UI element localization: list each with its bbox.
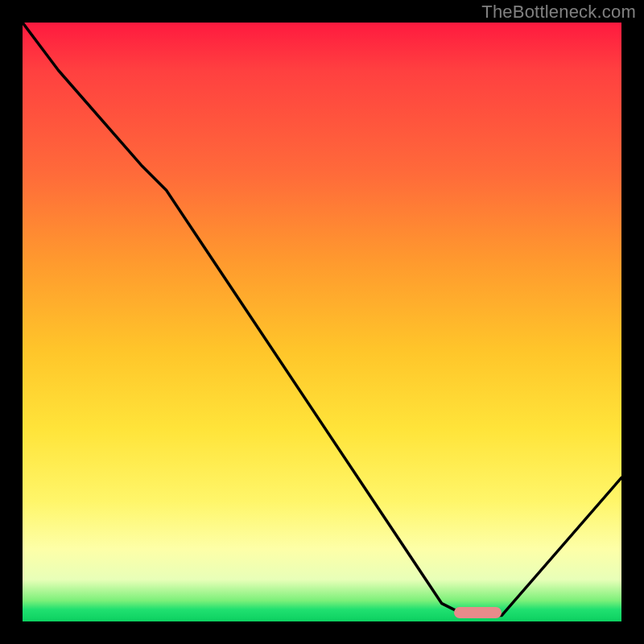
bottleneck-curve	[23, 23, 621, 621]
plot-area	[23, 23, 621, 621]
optimal-marker-pill	[454, 607, 502, 617]
watermark-text: TheBottleneck.com	[481, 2, 636, 23]
chart-stage: TheBottleneck.com	[0, 0, 644, 644]
